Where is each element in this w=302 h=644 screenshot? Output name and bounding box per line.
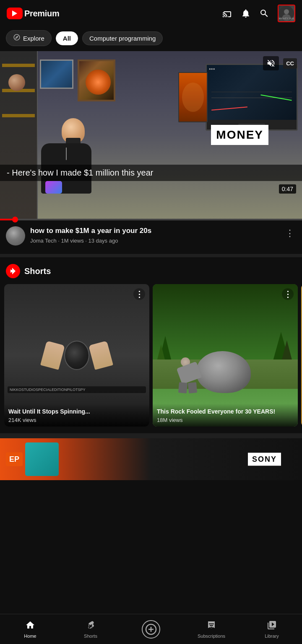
short-2-more-icon[interactable]: ⋮ xyxy=(282,288,294,300)
filter-chip-all[interactable]: All xyxy=(56,31,78,45)
video-player[interactable]: ●●● xyxy=(0,51,302,220)
nav-shorts-label: Shorts xyxy=(84,634,97,639)
video-info-row: how to make $1M a year in your 20s Joma … xyxy=(0,220,302,254)
nav-add[interactable] xyxy=(121,614,181,644)
home-icon xyxy=(25,620,35,632)
video-progress-bar[interactable] xyxy=(0,219,302,220)
library-icon xyxy=(267,620,277,632)
video-channel-info: Joma Tech · 1M views · 13 days ago xyxy=(30,238,279,244)
nav-library[interactable]: Library xyxy=(242,614,302,644)
short-1-views: 214K views xyxy=(8,417,145,423)
yt-play-icon xyxy=(7,8,23,19)
short-thumb-2: ⋮ This Rock Fooled Everyone for 30 YEARS… xyxy=(153,284,298,427)
avatar-image: MIGHTY SUE xyxy=(279,5,294,21)
compass-icon xyxy=(13,34,21,43)
logo-area: Premium xyxy=(7,8,60,19)
svg-marker-4 xyxy=(10,268,16,274)
filter-bar: Explore All Computer programming xyxy=(0,27,302,51)
explore-chip-label: Explore xyxy=(23,35,44,42)
short-card-1[interactable]: NIKKOSTUDIOSPECIALEDITIONPILOTSPY ⋮ Wait… xyxy=(4,284,149,427)
shorts-nav-icon xyxy=(86,620,96,632)
shorts-section: Shorts NIKKOSTUDIOSPECIALEDITIONPILOTSPY… xyxy=(0,257,302,433)
bottom-navigation: Home Shorts Subscriptions xyxy=(0,614,302,644)
nav-subscriptions-label: Subscriptions xyxy=(198,634,225,639)
money-text: MONEY xyxy=(211,125,268,145)
view-count: 1M views xyxy=(61,238,84,244)
header-actions: MIGHTY SUE xyxy=(222,5,295,22)
shorts-section-title: Shorts xyxy=(24,266,51,276)
video-metadata: how to make $1M a year in your 20s Joma … xyxy=(30,226,279,244)
shorts-logo-icon xyxy=(6,264,20,278)
add-button[interactable] xyxy=(142,620,160,639)
channel-avatar-image xyxy=(6,226,25,246)
nav-library-label: Library xyxy=(265,634,279,639)
big-rock xyxy=(196,351,251,393)
section-divider-2 xyxy=(0,433,302,438)
ep-badge: EP xyxy=(6,453,23,466)
short-2-meta: This Rock Fooled Everyone for 30 YEARS! … xyxy=(153,403,298,427)
filter-chip-explore[interactable]: Explore xyxy=(6,30,52,46)
video-subtitle: - Here's how I made $1 million this year xyxy=(0,165,302,181)
gyro-content xyxy=(43,341,110,370)
shorts-grid: NIKKOSTUDIOSPECIALEDITIONPILOTSPY ⋮ Wait… xyxy=(0,284,302,427)
nav-spacer xyxy=(0,480,302,510)
short-thumb-1: NIKKOSTUDIOSPECIALEDITIONPILOTSPY ⋮ Wait… xyxy=(4,284,149,427)
search-icon[interactable] xyxy=(259,8,269,18)
short-2-title: This Rock Fooled Everyone for 30 YEARS! xyxy=(157,408,294,415)
preview-thumb-teal xyxy=(25,442,59,476)
wall-art-1 xyxy=(40,59,73,89)
section-divider xyxy=(0,254,302,257)
shorts-header: Shorts xyxy=(0,264,302,284)
channel-avatar[interactable] xyxy=(6,226,25,246)
nav-subscriptions[interactable]: Subscriptions xyxy=(181,614,242,644)
subscriptions-icon xyxy=(206,620,216,632)
video-thumbnail: ●●● xyxy=(0,51,302,219)
all-chip-label: All xyxy=(63,35,71,42)
channel-name: Joma Tech xyxy=(30,238,57,244)
video-title: how to make $1M a year in your 20s xyxy=(30,226,279,235)
person-figure xyxy=(55,118,91,194)
computer-programming-label: Computer programming xyxy=(89,35,156,42)
svg-text:MIGHTY SUE: MIGHTY SUE xyxy=(279,17,294,20)
filter-chip-computer-programming[interactable]: Computer programming xyxy=(82,31,163,45)
shelf-area xyxy=(0,51,38,219)
short-1-meta: Wait Until It Stops Spinning... 214K vie… xyxy=(4,403,149,427)
posted-time: 13 days ago xyxy=(89,238,118,244)
short-card-2[interactable]: ⋮ This Rock Fooled Everyone for 30 YEARS… xyxy=(153,284,298,427)
short-1-more-icon[interactable]: ⋮ xyxy=(133,288,145,300)
progress-dot xyxy=(12,217,18,222)
separator-1: · xyxy=(58,238,61,244)
more-options-icon[interactable]: ⋮ xyxy=(284,226,296,241)
separator-2: · xyxy=(85,238,88,244)
notification-icon[interactable] xyxy=(241,8,251,18)
short-1-promo-text: NIKKOSTUDIOSPECIALEDITIONPILOTSPY xyxy=(8,386,146,393)
mute-icon[interactable] xyxy=(263,56,279,70)
video-overlay-controls: CC xyxy=(263,56,297,70)
short-1-title: Wait Until It Stops Spinning... xyxy=(8,408,145,415)
app-header: Premium MIGHTY SUE xyxy=(0,0,302,27)
youtube-logo[interactable]: Premium xyxy=(7,8,60,19)
next-video-preview[interactable]: EP SONY xyxy=(0,438,302,480)
svg-point-1 xyxy=(284,9,289,14)
nav-shorts[interactable]: Shorts xyxy=(60,614,121,644)
person-pushing xyxy=(179,357,202,385)
video-duration: 0:47 xyxy=(279,184,296,194)
cast-icon[interactable] xyxy=(222,8,232,18)
nav-home-label: Home xyxy=(24,634,36,639)
brand-name: Premium xyxy=(24,9,60,18)
cc-icon[interactable]: CC xyxy=(283,58,297,69)
wall-art-2 xyxy=(78,59,115,101)
sony-badge: SONY xyxy=(248,453,281,466)
user-avatar[interactable]: MIGHTY SUE xyxy=(278,5,295,22)
nav-home[interactable]: Home xyxy=(0,614,60,644)
short-2-views: 18M views xyxy=(157,417,294,423)
